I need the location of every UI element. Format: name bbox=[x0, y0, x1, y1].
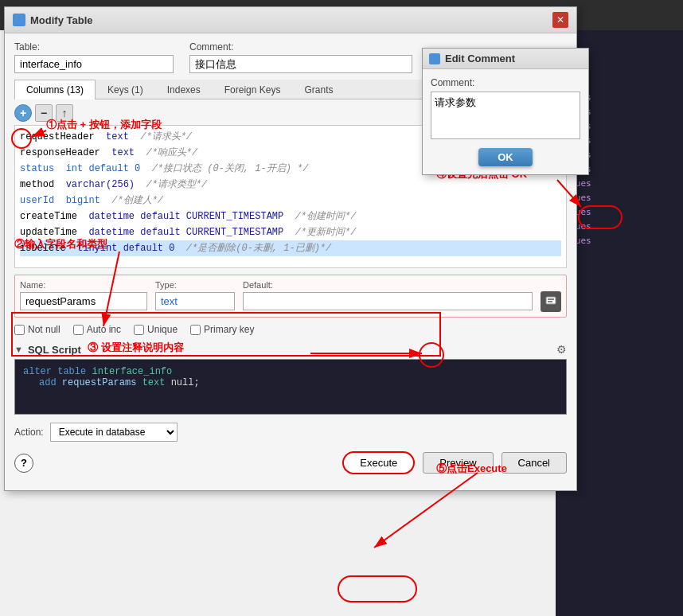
primary-key-checkbox[interactable] bbox=[190, 325, 201, 335]
table-comment-input[interactable] bbox=[189, 55, 412, 73]
bottom-buttons: ? Execute Preview Cancel bbox=[14, 451, 567, 482]
help-button[interactable]: ? bbox=[14, 454, 33, 473]
sql-gear-icon[interactable]: ⚙ bbox=[556, 343, 567, 356]
tab-grants[interactable]: Grants bbox=[292, 80, 345, 99]
execute-button[interactable]: Execute bbox=[342, 451, 415, 474]
field-name-input[interactable] bbox=[20, 292, 147, 310]
dialog-titlebar: Modify Table ✕ bbox=[5, 7, 576, 33]
sql-section: ▼ SQL Script ⚙ alter table interface_inf… bbox=[14, 343, 567, 415]
edit-comment-dialog: Edit Comment Comment: 请求参数 OK bbox=[422, 48, 589, 175]
table-row: isDelete tinyint default 0 /*是否删除(0-未删, … bbox=[20, 240, 561, 256]
table-row: method varchar(256) /*请求类型*/ bbox=[20, 177, 561, 193]
not-null-label: Not null bbox=[28, 324, 60, 335]
unique-label: Unique bbox=[147, 324, 178, 335]
table-row: createTime datetime default CURRENT_TIME… bbox=[20, 209, 561, 224]
checkboxes-row: Not null Auto inc Unique Primary key bbox=[14, 324, 567, 335]
unique-checkbox[interactable] bbox=[134, 325, 144, 335]
remove-column-button[interactable]: − bbox=[35, 104, 53, 122]
sql-script-title: SQL Script bbox=[28, 344, 81, 356]
tab-indexes[interactable]: Indexes bbox=[155, 80, 213, 99]
auto-inc-checkbox[interactable] bbox=[73, 325, 84, 335]
dialog-title: Modify Table bbox=[30, 14, 92, 26]
edit-comment-icon bbox=[429, 53, 440, 64]
auto-inc-label: Auto inc bbox=[87, 324, 121, 335]
new-field-row: Name: Type: Default: bbox=[14, 275, 567, 318]
field-default-input[interactable] bbox=[243, 292, 533, 310]
add-column-button[interactable]: + bbox=[14, 104, 32, 122]
comment-label: Comment: bbox=[189, 41, 412, 53]
edit-comment-title: Edit Comment bbox=[445, 53, 515, 64]
edit-comment-titlebar: Edit Comment bbox=[423, 49, 588, 69]
move-up-button[interactable]: ↑ bbox=[56, 104, 73, 122]
svg-rect-0 bbox=[546, 297, 556, 304]
dialog-close-button[interactable]: ✕ bbox=[552, 12, 568, 28]
preview-button[interactable]: Preview bbox=[423, 452, 493, 474]
edit-comment-ok-button[interactable]: OK bbox=[478, 148, 533, 166]
table-row: updateTime datetime default CURRENT_TIME… bbox=[20, 224, 561, 240]
field-type-input[interactable] bbox=[155, 292, 235, 310]
table-label: Table: bbox=[14, 41, 174, 53]
primary-key-label: Primary key bbox=[204, 324, 254, 335]
dialog-icon bbox=[13, 14, 25, 26]
type-field-label: Type: bbox=[155, 280, 235, 290]
action-row: Action: Execute in database Preview only bbox=[14, 423, 567, 442]
tab-columns[interactable]: Columns (13) bbox=[14, 80, 96, 99]
edit-comment-textarea[interactable]: 请求参数 bbox=[431, 92, 580, 139]
sql-collapse-arrow[interactable]: ▼ bbox=[14, 345, 23, 354]
execute-button-highlight bbox=[338, 575, 417, 602]
not-null-checkbox[interactable] bbox=[14, 325, 25, 335]
default-field-label: Default: bbox=[243, 280, 533, 290]
set-comment-button[interactable] bbox=[541, 291, 561, 312]
comment-icon bbox=[545, 296, 556, 307]
tab-keys[interactable]: Keys (1) bbox=[96, 80, 155, 99]
name-field-label: Name: bbox=[20, 280, 147, 290]
sql-code-area: alter table interface_info add requestPa… bbox=[14, 359, 567, 415]
tab-foreign-keys[interactable]: Foreign Keys bbox=[213, 80, 293, 99]
table-row: userId bigint /*创建人*/ bbox=[20, 193, 561, 209]
action-label: Action: bbox=[14, 427, 44, 438]
edit-comment-label: Comment: bbox=[431, 77, 580, 88]
cancel-button[interactable]: Cancel bbox=[502, 452, 567, 474]
action-select[interactable]: Execute in database Preview only bbox=[50, 423, 178, 442]
table-name-input[interactable] bbox=[14, 55, 174, 73]
